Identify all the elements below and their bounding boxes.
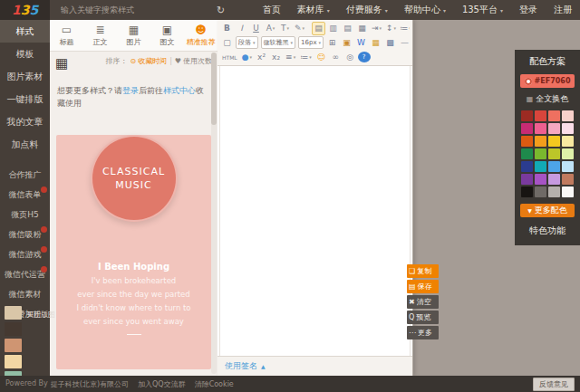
sidebar-item-image-material[interactable]: 图片素材 [0,65,50,88]
clear-cookie-link[interactable]: 清除Cookie [195,379,234,389]
register-link[interactable]: 注册 [546,4,580,16]
sidebar-item-wechat-form[interactable]: 微信表单 [0,185,50,205]
help-icon[interactable]: ? [358,52,371,62]
highlight-icon[interactable]: ✎▾ [293,22,306,35]
sidebar-item-templates[interactable]: 模板 [0,43,50,65]
signature-toggle[interactable]: 使用签名 ▲ [218,356,412,376]
palette-swatch[interactable] [5,355,22,368]
text-style-icon[interactable]: T▾ [278,22,292,35]
layout-view-toggle-icon[interactable]: ▦ [55,56,68,71]
line-height-icon[interactable]: ↕▾ [384,22,398,35]
sidebar-item-wechat-fans[interactable]: 微信吸粉 [0,225,50,244]
sidebar-item-wechat-material[interactable]: 微信素材 [0,284,50,304]
sidebar-item-one-click-layout[interactable]: 一键排版 [0,88,50,110]
scrollbar-thumb[interactable] [211,53,217,125]
clear-button[interactable]: ✖清空 [407,295,439,309]
palette-swatch[interactable] [5,339,22,352]
color-swatch[interactable] [521,148,533,159]
preview-button[interactable]: Q预览 [407,311,439,324]
color-swatch[interactable] [521,186,533,197]
login-inline-link[interactable]: 登录 [122,86,139,95]
sidebar-item-extras[interactable]: 加点料 [0,133,50,156]
align-right-icon[interactable]: ▤ [341,22,354,35]
indent-icon[interactable]: ⇥▾ [370,22,383,35]
bg-color-icon[interactable]: ●▾ [240,51,254,64]
color-swatch[interactable] [562,110,574,121]
search-input[interactable] [59,5,189,15]
underline-icon[interactable]: U [249,22,263,35]
color-swatch[interactable] [521,136,533,147]
color-swatch[interactable] [535,161,546,172]
sort-by-favorite-time[interactable]: ⊙收藏时间 [130,56,167,66]
align-justify-icon[interactable]: ▦ [355,22,369,35]
feedback-button[interactable]: 反馈意见 [533,378,575,391]
color-swatch[interactable] [562,136,574,147]
color-swatch[interactable] [562,174,574,185]
nav-material-library[interactable]: 素材库▾ [289,4,338,16]
color-swatch[interactable] [548,110,560,121]
style-center-link[interactable]: 样式中心 [163,86,196,95]
horizontal-rule-icon[interactable]: — [398,36,410,50]
template-icon[interactable]: ▣ [340,36,353,50]
nav-home[interactable]: 首页 [255,4,289,16]
palette-swatch[interactable] [5,322,22,336]
new-doc-icon[interactable]: ▢ [220,36,234,50]
color-swatch[interactable] [548,148,560,159]
font-family-select[interactable]: 微软雅黑▾ [261,36,296,49]
color-swatch[interactable] [548,161,560,172]
current-color-chip[interactable]: #EF7060 [520,74,575,88]
copy-button[interactable]: ❏复制 [407,264,439,278]
tab-title[interactable]: ▭标题 [50,20,83,51]
color-swatch[interactable] [562,148,574,159]
nav-help-center[interactable]: 帮助中心▾ [396,4,454,16]
font-size-select[interactable]: 16px▾ [298,36,324,49]
buy-licensed-images-link[interactable]: 买正版图 [26,310,55,320]
sidebar-item-styles[interactable]: 样式 [0,20,50,43]
align-center-icon[interactable]: ▥ [326,22,340,35]
link-icon[interactable]: ∞ [329,51,343,64]
more-colors-button[interactable]: ▼ 更多配色 [520,204,575,217]
video-icon[interactable]: ▩ [383,36,397,50]
logo-135[interactable]: 135 [0,0,50,20]
sidebar-item-my-articles[interactable]: 我的文章 [0,110,50,133]
nav-135-platform[interactable]: 135平台▾ [454,4,511,16]
color-swatch[interactable] [521,161,533,172]
sidebar-item-wechat-operation[interactable]: 微信代运营 [0,264,50,284]
qq-group-link[interactable]: 加入QQ交流群 [138,379,186,389]
image-icon[interactable]: ▦ [369,36,382,50]
html-source-icon[interactable]: HTML [220,51,239,64]
color-swatch[interactable] [562,161,574,172]
more-button[interactable]: ⋯更多 [407,326,439,339]
color-swatch[interactable] [521,110,533,121]
save-button[interactable]: ▤保存 [407,280,439,293]
nav-paid-services[interactable]: 付费服务▾ [338,4,396,16]
list-spacing-icon[interactable]: ≔▾ [399,22,410,35]
color-swatch[interactable] [548,174,560,185]
align-left-icon[interactable]: ▤ [312,22,325,35]
ordered-list-icon[interactable]: ≡▾ [284,51,297,64]
recolor-all-button[interactable]: ▦ 全文换色 [527,93,569,105]
find-replace-icon[interactable]: ◎ [343,51,357,64]
bold-icon[interactable]: B [220,22,234,35]
color-swatch[interactable] [548,123,560,134]
tab-image-text[interactable]: ▣图文 [150,20,184,51]
sidebar-item-weiye-h5[interactable]: 微页H5 [0,205,50,225]
color-swatch[interactable] [548,136,560,147]
sidebar-item-wechat-games[interactable]: 微信游戏 [0,244,50,264]
editor-canvas[interactable] [219,66,411,356]
refresh-icon[interactable]: ↻ [217,5,225,16]
sort-by-usage-count[interactable]: ♥使用次数 [175,56,212,66]
italic-icon[interactable]: I [235,22,248,35]
color-swatch[interactable] [535,123,546,134]
tab-recommend[interactable]: ☻精准推荐 [184,20,218,51]
color-swatch[interactable] [562,186,574,197]
style-panel-scrollbar[interactable] [211,53,217,374]
color-swatch[interactable] [521,174,533,185]
login-link[interactable]: 登录 [511,4,546,16]
color-swatch[interactable] [535,186,546,197]
paragraph-select[interactable]: 段落▾ [236,36,258,49]
superscript-icon[interactable]: x² [255,51,268,64]
color-swatch[interactable] [562,123,574,134]
table-icon[interactable]: ⊞ [325,36,339,50]
font-color-icon[interactable]: A▾ [264,22,277,35]
